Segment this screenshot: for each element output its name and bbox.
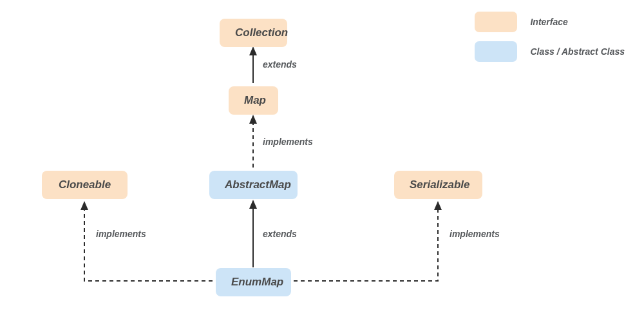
edge-enummap-serializable <box>294 202 438 281</box>
node-enummap: EnumMap <box>216 268 291 296</box>
node-serializable: Serializable <box>394 171 482 199</box>
legend-swatch-class <box>475 41 517 62</box>
node-cloneable: Cloneable <box>42 171 128 199</box>
label-enummap-abstractmap: extends <box>263 229 297 239</box>
legend: Interface Class / Abstract Class <box>475 12 625 71</box>
node-map: Map <box>229 86 278 115</box>
legend-label-interface: Interface <box>530 17 567 27</box>
label-enummap-cloneable: implements <box>96 229 146 239</box>
label-abstractmap-map: implements <box>263 137 313 147</box>
label-map-collection: extends <box>263 59 297 70</box>
legend-label-class: Class / Abstract Class <box>530 46 625 57</box>
label-enummap-serializable: implements <box>450 229 500 239</box>
node-collection: Collection <box>220 19 287 47</box>
node-abstractmap: AbstractMap <box>209 171 298 199</box>
legend-swatch-interface <box>475 12 517 32</box>
legend-row-interface: Interface <box>475 12 625 32</box>
edge-enummap-cloneable <box>84 202 213 281</box>
legend-row-class: Class / Abstract Class <box>475 41 625 62</box>
